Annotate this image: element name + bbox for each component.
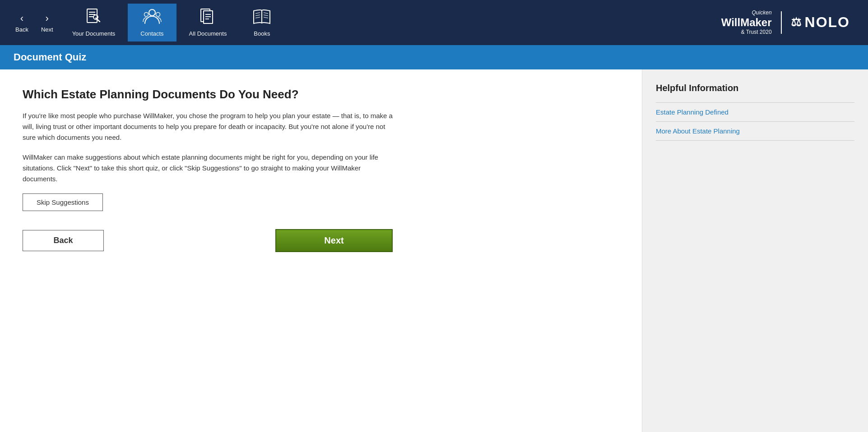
page-title: Which Estate Planning Documents Do You N…: [23, 87, 619, 101]
books-icon: [252, 8, 272, 28]
svg-rect-0: [87, 9, 97, 23]
bottom-buttons: Back Next: [23, 229, 619, 252]
nav-your-documents[interactable]: Your Documents: [60, 4, 128, 41]
all-documents-label: All Documents: [189, 30, 227, 37]
main-content: Which Estate Planning Documents Do You N…: [0, 69, 868, 432]
brand-divider: [781, 11, 782, 34]
your-documents-label: Your Documents: [72, 30, 116, 37]
nav-contacts[interactable]: Contacts: [128, 4, 176, 41]
nav-books[interactable]: Books: [239, 4, 284, 41]
quicken-label: Quicken: [721, 9, 772, 16]
paragraph-1: If you're like most people who purchase …: [23, 110, 393, 143]
more-about-estate-planning-link[interactable]: More About Estate Planning: [656, 122, 854, 141]
next-button[interactable]: Next: [275, 229, 393, 252]
willmaker-label: WillMaker: [721, 16, 772, 29]
svg-rect-10: [204, 11, 213, 23]
page-body: If you're like most people who purchase …: [23, 110, 393, 184]
trust-label: & Trust 2020: [721, 29, 772, 35]
left-panel: Which Estate Planning Documents Do You N…: [0, 69, 642, 432]
svg-point-6: [149, 9, 155, 16]
willmaker-brand: Quicken WillMaker & Trust 2020: [721, 9, 772, 36]
section-header-title: Document Quiz: [14, 51, 86, 63]
nav-left-group: ‹ Back › Next Your Documents: [9, 4, 284, 41]
back-nav-label: Back: [15, 26, 28, 33]
nav-all-documents[interactable]: All Documents: [176, 4, 240, 41]
all-documents-icon: [200, 8, 216, 28]
back-nav-button[interactable]: ‹ Back: [9, 8, 35, 37]
svg-line-17: [255, 15, 260, 16]
next-nav-label: Next: [41, 26, 53, 33]
navigation-bar: ‹ Back › Next Your Documents: [0, 0, 868, 45]
svg-point-8: [156, 13, 160, 17]
back-button[interactable]: Back: [23, 230, 104, 251]
books-label: Books: [254, 30, 270, 37]
svg-line-21: [264, 17, 268, 18]
estate-planning-defined-link[interactable]: Estate Planning Defined: [656, 102, 854, 122]
back-arrow-icon: ‹: [20, 13, 23, 24]
contacts-icon: [143, 8, 162, 28]
next-arrow-icon: ›: [46, 13, 49, 24]
right-panel: Helpful Information Estate Planning Defi…: [642, 69, 868, 432]
skip-btn-area: Skip Suggestions: [23, 193, 619, 211]
next-nav-button[interactable]: › Next: [35, 8, 60, 37]
section-header: Document Quiz: [0, 45, 868, 69]
svg-point-7: [144, 13, 148, 17]
helpful-information-title: Helpful Information: [656, 83, 854, 93]
contacts-label: Contacts: [140, 30, 163, 37]
svg-line-19: [264, 13, 268, 14]
your-documents-icon: [85, 8, 102, 28]
brand-area: Quicken WillMaker & Trust 2020 ⚖ NOLO: [721, 9, 859, 36]
nolo-scale-icon: ⚖: [791, 15, 801, 29]
svg-line-16: [255, 13, 260, 14]
svg-line-20: [264, 15, 268, 16]
paragraph-2: WillMaker can make suggestions about whi…: [23, 152, 393, 184]
nolo-brand: ⚖ NOLO: [791, 14, 850, 31]
nolo-label: NOLO: [805, 14, 850, 31]
skip-suggestions-button[interactable]: Skip Suggestions: [23, 193, 103, 211]
svg-line-18: [255, 17, 260, 18]
